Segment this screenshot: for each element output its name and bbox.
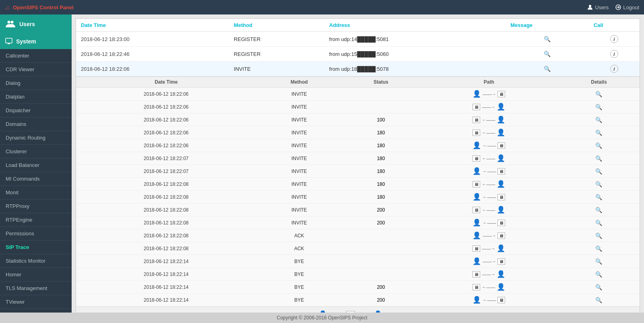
inner-details[interactable]: 🔍 — [558, 113, 640, 126]
call-info-icon[interactable]: i — [610, 50, 618, 58]
details-magnify-icon[interactable]: 🔍 — [595, 168, 602, 175]
details-magnify-icon[interactable]: 🔍 — [595, 232, 602, 239]
sidebar-item-tls-management[interactable]: TLS Management — [0, 282, 72, 295]
sidebar-item-homer[interactable]: Homer — [0, 268, 72, 282]
inner-details[interactable]: 🔍 — [558, 255, 640, 268]
sidebar-item-sip-trace[interactable]: SIP Trace — [0, 241, 72, 254]
details-magnify-icon[interactable]: 🔍 — [595, 104, 602, 110]
details-magnify-icon[interactable]: 🔍 — [595, 284, 602, 290]
logout-link[interactable]: Logout — [615, 4, 639, 10]
inner-details[interactable]: 🔍 — [558, 165, 640, 178]
call-info-icon[interactable]: i — [610, 65, 618, 73]
outer-datetime: 2018-06-12 18:23:00 — [76, 32, 229, 47]
details-magnify-icon[interactable]: 🔍 — [595, 181, 602, 187]
arrow-right: ——→ — [482, 105, 495, 109]
proxy-icon: 🖥 — [497, 142, 505, 149]
inner-datetime: 2018-06-12 18:22:06 — [76, 126, 256, 139]
inner-details[interactable]: 🔍 — [558, 139, 640, 152]
caller-icon: 👤 — [473, 90, 481, 98]
sidebar-item-dialplan[interactable]: Dialplan — [0, 90, 72, 104]
sidebar-item-load-balancer[interactable]: Load Balancer — [0, 158, 72, 172]
inner-path: 👤——→🖥 — [420, 255, 558, 268]
inner-details[interactable]: 🔍 — [558, 281, 640, 294]
outer-call[interactable]: i — [589, 62, 640, 76]
inner-status — [342, 101, 420, 113]
sidebar-item-permissions[interactable]: Permissions — [0, 227, 72, 241]
inner-details[interactable]: 🔍 — [558, 88, 640, 101]
sidebar-item-domains[interactable]: Domains — [0, 117, 72, 131]
proxy-icon: 🖥 — [473, 181, 480, 187]
sidebar-item-callcenter[interactable]: Callcenter — [0, 49, 72, 63]
message-magnify-icon[interactable]: 🔍 — [544, 66, 551, 72]
inner-details[interactable]: 🔍 — [558, 216, 640, 229]
outer-table-row[interactable]: 2018-06-12 18:22:46 REGISTER from udp:15… — [76, 47, 640, 62]
inner-header-status: Status — [342, 77, 420, 88]
inner-details[interactable]: 🔍 — [558, 229, 640, 242]
inner-details[interactable]: 🔍 — [558, 242, 640, 255]
details-magnify-icon[interactable]: 🔍 — [595, 297, 602, 303]
details-magnify-icon[interactable]: 🔍 — [595, 258, 602, 265]
inner-details[interactable]: 🔍 — [558, 126, 640, 139]
inner-table-row: 2018-06-12 18:22:14 BYE 200 🖥←——👤 🔍 — [76, 281, 640, 294]
sidebar-item-rtpproxy[interactable]: RTPProxy — [0, 200, 72, 213]
details-magnify-icon[interactable]: 🔍 — [595, 142, 602, 149]
sidebar-item-clusterer[interactable]: Clusterer — [0, 145, 72, 158]
inner-path: 🖥——→👤 — [420, 242, 558, 255]
inner-details[interactable]: 🔍 — [558, 268, 640, 281]
sidebar-item-dynamic-routing[interactable]: Dynamic Routing — [0, 131, 72, 145]
sidebar-item-mi-commands[interactable]: MI Commands — [0, 172, 72, 186]
outer-datetime: 2018-06-12 18:22:06 — [76, 62, 229, 76]
sidebar-item-rtpengine[interactable]: RTPEngine — [0, 213, 72, 227]
call-info-icon[interactable]: i — [610, 35, 618, 43]
details-magnify-icon[interactable]: 🔍 — [595, 271, 602, 278]
message-magnify-icon[interactable]: 🔍 — [544, 51, 551, 57]
sidebar-item-cdr-viewer[interactable]: CDR Viewer — [0, 63, 72, 76]
inner-path: 👤——→🖥 — [420, 229, 558, 242]
outer-table-row[interactable]: 2018-06-12 18:23:00 REGISTER from udp:14… — [76, 32, 640, 47]
inner-method: INVITE — [256, 139, 342, 152]
sidebar-item-dialog[interactable]: Dialog — [0, 76, 72, 90]
inner-status: 180 — [342, 139, 420, 152]
inner-details[interactable]: 🔍 — [558, 204, 640, 216]
outer-table-row[interactable]: 2018-06-12 18:22:06 INVITE from udp:18██… — [76, 62, 640, 76]
topbar: .:: OpenSIPS Control Panel Users Logout — [0, 0, 644, 14]
inner-details[interactable]: 🔍 — [558, 191, 640, 204]
details-magnify-icon[interactable]: 🔍 — [595, 220, 602, 226]
users-link[interactable]: Users — [587, 4, 609, 10]
inner-details[interactable]: 🔍 — [558, 152, 640, 165]
message-magnify-icon[interactable]: 🔍 — [544, 36, 551, 42]
outer-message[interactable]: 🔍 — [506, 32, 589, 47]
svg-point-0 — [589, 5, 591, 7]
details-magnify-icon[interactable]: 🔍 — [595, 91, 602, 97]
details-magnify-icon[interactable]: 🔍 — [595, 245, 602, 252]
arrow-left: ←—— — [482, 208, 495, 212]
inner-details[interactable]: 🔍 — [558, 178, 640, 191]
outer-header-address: Address — [324, 19, 506, 32]
sidebar-item-dispatcher[interactable]: Dispatcher — [0, 104, 72, 117]
proxy-icon: 🖥 — [473, 130, 480, 136]
sidebar-item-tviewer[interactable]: TViewer — [0, 295, 72, 309]
arrow-left: ←—— — [482, 285, 495, 290]
outer-call[interactable]: i — [589, 47, 640, 62]
callee-icon: 👤 — [497, 244, 505, 253]
sidebar-system-label: System — [16, 38, 36, 45]
sidebar-system-header[interactable]: System — [0, 34, 72, 49]
details-magnify-icon[interactable]: 🔍 — [595, 207, 602, 213]
outer-message[interactable]: 🔍 — [506, 62, 589, 76]
details-magnify-icon[interactable]: 🔍 — [595, 194, 602, 200]
details-magnify-icon[interactable]: 🔍 — [595, 117, 602, 123]
proxy-icon: 🖥 — [473, 104, 480, 110]
inner-details[interactable]: 🔍 — [558, 294, 640, 307]
inner-method: INVITE — [256, 152, 342, 165]
outer-message[interactable]: 🔍 — [506, 47, 589, 62]
details-magnify-icon[interactable]: 🔍 — [595, 130, 602, 136]
outer-call[interactable]: i — [589, 32, 640, 47]
inner-method: ACK — [256, 242, 342, 255]
inner-details[interactable]: 🔍 — [558, 101, 640, 113]
sidebar-item-monit[interactable]: Monit — [0, 186, 72, 200]
details-magnify-icon[interactable]: 🔍 — [595, 155, 602, 162]
sidebar-item-statistics-monitor[interactable]: Statistics Monitor — [0, 254, 72, 268]
inner-table-row: 2018-06-12 18:22:07 INVITE 180 🖥←——👤 🔍 — [76, 152, 640, 165]
outer-method: INVITE — [229, 62, 324, 76]
sidebar-users-header[interactable]: Users — [0, 14, 72, 34]
